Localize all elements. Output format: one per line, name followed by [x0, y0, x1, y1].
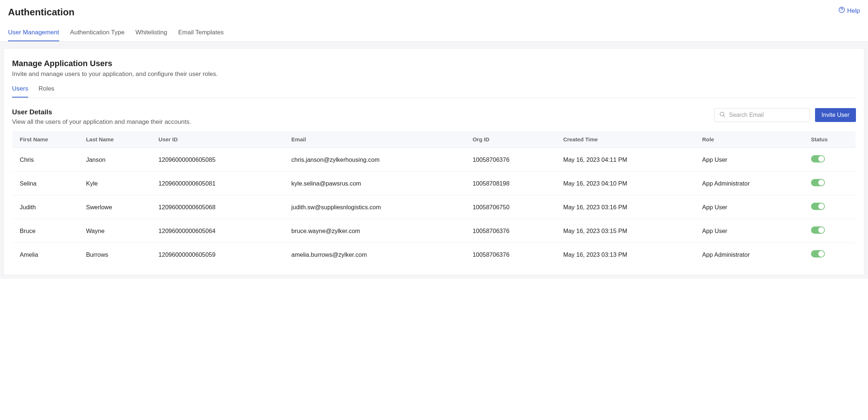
table-row: BruceWayne12096000000605064bruce.wayne@z…	[12, 219, 856, 243]
email-cell: judith.sw@suppliesnlogistics.com	[284, 195, 465, 219]
help-label: Help	[847, 7, 860, 15]
status-toggle[interactable]	[811, 250, 825, 257]
column-header-status: Status	[804, 131, 856, 148]
status-toggle[interactable]	[811, 226, 825, 234]
top-tab-email-templates[interactable]: Email Templates	[178, 29, 224, 41]
status-cell	[804, 148, 856, 172]
last-name-cell: Janson	[79, 148, 151, 172]
users-table: First NameLast NameUser IDEmailOrg IDCre…	[12, 131, 856, 267]
page-title: Authentication	[8, 7, 75, 18]
org-id-cell: 10058706376	[465, 219, 556, 243]
search-icon	[719, 111, 726, 119]
status-cell	[804, 172, 856, 195]
column-header-role: Role	[695, 131, 804, 148]
first-name-cell: Amelia	[12, 243, 79, 267]
created-time-cell: May 16, 2023 03:13 PM	[556, 243, 695, 267]
first-name-cell: Selina	[12, 172, 79, 195]
first-name-cell: Judith	[12, 195, 79, 219]
role-cell: App Administrator	[695, 243, 804, 267]
first-name-cell: Bruce	[12, 219, 79, 243]
column-header-last-name: Last Name	[79, 131, 151, 148]
role-cell: App Administrator	[695, 172, 804, 195]
org-id-cell: 10058706376	[465, 243, 556, 267]
user-details-title: User Details	[12, 108, 714, 116]
sub-tab-roles[interactable]: Roles	[38, 82, 54, 98]
column-header-email: Email	[284, 131, 465, 148]
svg-line-3	[723, 115, 724, 117]
created-time-cell: May 16, 2023 04:11 PM	[556, 148, 695, 172]
column-header-org-id: Org ID	[465, 131, 556, 148]
user-id-cell: 12096000000605068	[151, 195, 284, 219]
created-time-cell: May 16, 2023 03:16 PM	[556, 195, 695, 219]
role-cell: App User	[695, 195, 804, 219]
sub-tabs: UsersRoles	[12, 82, 856, 98]
email-cell: kyle.selina@pawsrus.com	[284, 172, 465, 195]
user-id-cell: 12096000000605085	[151, 148, 284, 172]
help-icon	[838, 7, 845, 15]
search-email-box[interactable]	[714, 108, 810, 122]
sub-tab-users[interactable]: Users	[12, 82, 28, 98]
user-id-cell: 12096000000605064	[151, 219, 284, 243]
org-id-cell: 10058708198	[465, 172, 556, 195]
section-desc: Invite and manage users to your applicat…	[12, 70, 856, 78]
section-title: Manage Application Users	[12, 59, 856, 68]
status-cell	[804, 243, 856, 267]
user-id-cell: 12096000000605081	[151, 172, 284, 195]
created-time-cell: May 16, 2023 04:10 PM	[556, 172, 695, 195]
org-id-cell: 10058706376	[465, 148, 556, 172]
email-cell: bruce.wayne@zylker.com	[284, 219, 465, 243]
table-row: AmeliaBurrows12096000000605059amelia.bur…	[12, 243, 856, 267]
org-id-cell: 10058706750	[465, 195, 556, 219]
top-tab-whitelisting[interactable]: Whitelisting	[136, 29, 167, 41]
table-row: SelinaKyle12096000000605081kyle.selina@p…	[12, 172, 856, 195]
first-name-cell: Chris	[12, 148, 79, 172]
created-time-cell: May 16, 2023 03:15 PM	[556, 219, 695, 243]
last-name-cell: Burrows	[79, 243, 151, 267]
status-cell	[804, 195, 856, 219]
role-cell: App User	[695, 219, 804, 243]
email-cell: amelia.burrows@zylker.com	[284, 243, 465, 267]
user-details-desc: View all the users of your application a…	[12, 118, 714, 126]
last-name-cell: Wayne	[79, 219, 151, 243]
top-tabs: User ManagementAuthentication TypeWhitel…	[0, 18, 868, 42]
invite-user-button[interactable]: Invite User	[815, 108, 856, 122]
role-cell: App User	[695, 148, 804, 172]
column-header-first-name: First Name	[12, 131, 79, 148]
search-email-input[interactable]	[729, 112, 805, 118]
table-row: JudithSwerlowe12096000000605068judith.sw…	[12, 195, 856, 219]
last-name-cell: Kyle	[79, 172, 151, 195]
table-row: ChrisJanson12096000000605085chris.janson…	[12, 148, 856, 172]
svg-point-1	[842, 11, 842, 11]
last-name-cell: Swerlowe	[79, 195, 151, 219]
status-toggle[interactable]	[811, 203, 825, 210]
status-cell	[804, 219, 856, 243]
top-tab-user-management[interactable]: User Management	[8, 29, 59, 41]
status-toggle[interactable]	[811, 155, 825, 163]
column-header-created-time: Created Time	[556, 131, 695, 148]
user-id-cell: 12096000000605059	[151, 243, 284, 267]
column-header-user-id: User ID	[151, 131, 284, 148]
email-cell: chris.janson@zylkerhousing.com	[284, 148, 465, 172]
top-tab-authentication-type[interactable]: Authentication Type	[70, 29, 125, 41]
status-toggle[interactable]	[811, 179, 825, 186]
help-link[interactable]: Help	[838, 7, 860, 15]
